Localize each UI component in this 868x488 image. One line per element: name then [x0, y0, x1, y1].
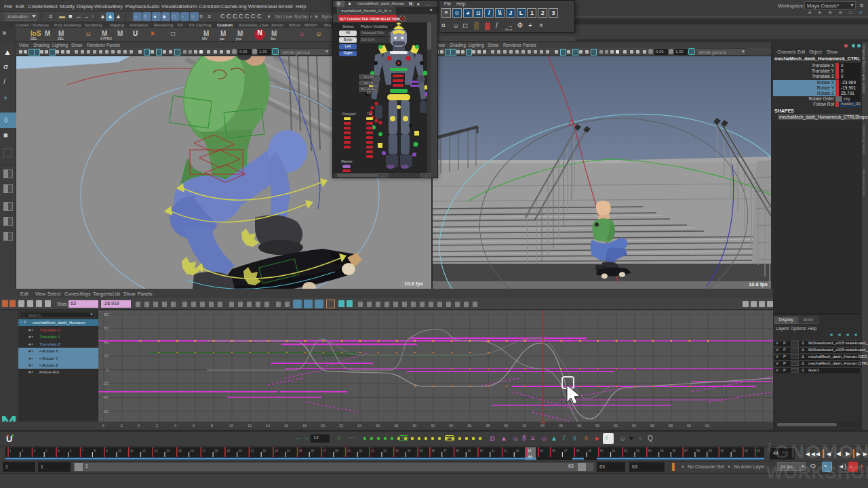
svg-text:31: 31 [371, 449, 375, 453]
svg-text:55: 55 [660, 449, 665, 453]
svg-text:22: 22 [262, 449, 267, 453]
svg-text:4: 4 [45, 449, 47, 453]
svg-text:62: 62 [745, 449, 749, 453]
svg-text:1: 1 [9, 449, 12, 453]
svg-text:63: 63 [757, 449, 761, 453]
svg-text:10: 10 [118, 449, 122, 453]
svg-text:7: 7 [82, 449, 84, 453]
svg-text:9: 9 [106, 449, 108, 453]
svg-text:44: 44 [528, 449, 532, 453]
svg-text:3: 3 [34, 449, 36, 453]
svg-text:58: 58 [696, 449, 701, 453]
svg-text:41: 41 [492, 449, 496, 453]
svg-text:10.8 fps: 10.8 fps [404, 281, 423, 287]
svg-text:38: 38 [456, 449, 460, 453]
svg-text:27: 27 [323, 449, 327, 453]
svg-text:45: 45 [540, 449, 544, 453]
svg-text:61: 61 [732, 449, 736, 453]
svg-text:32: 32 [383, 449, 387, 453]
svg-text:24: 24 [287, 449, 291, 453]
svg-text:36: 36 [431, 449, 435, 453]
svg-text:13: 13 [154, 449, 158, 453]
svg-text:21: 21 [250, 449, 254, 453]
svg-text:12: 12 [142, 449, 146, 453]
svg-text:54: 54 [648, 449, 652, 453]
svg-text:34: 34 [407, 449, 411, 453]
svg-text:17: 17 [202, 449, 206, 453]
svg-text:33: 33 [395, 449, 399, 453]
svg-text:35: 35 [419, 449, 423, 453]
svg-text:52: 52 [624, 449, 628, 453]
svg-text:57: 57 [684, 449, 688, 453]
svg-text:14: 14 [166, 449, 170, 453]
svg-text:43: 43 [515, 449, 519, 453]
svg-text:42: 42 [504, 449, 508, 453]
svg-text:25: 25 [299, 449, 303, 453]
svg-text:18: 18 [214, 449, 218, 453]
svg-text:37: 37 [443, 449, 448, 453]
svg-text:46: 46 [552, 449, 556, 453]
svg-text:6: 6 [70, 449, 72, 453]
svg-text:19: 19 [226, 449, 231, 453]
svg-text:59: 59 [709, 449, 713, 453]
svg-text:49: 49 [588, 449, 592, 453]
svg-text:48: 48 [576, 449, 580, 453]
svg-text:40: 40 [479, 449, 484, 453]
svg-text:16: 16 [191, 449, 195, 453]
svg-text:56: 56 [672, 449, 676, 453]
svg-text:28: 28 [335, 449, 339, 453]
svg-text:50: 50 [600, 449, 604, 453]
svg-text:39: 39 [467, 449, 471, 453]
svg-text:26: 26 [311, 449, 315, 453]
svg-text:47: 47 [564, 449, 568, 453]
svg-text:29: 29 [347, 449, 351, 453]
svg-text:15: 15 [178, 449, 182, 453]
svg-text:20: 20 [239, 449, 243, 453]
svg-text:23: 23 [275, 449, 279, 453]
svg-text:51: 51 [612, 449, 616, 453]
svg-text:10.8 fps: 10.8 fps [749, 281, 768, 287]
svg-text:2: 2 [22, 449, 24, 453]
svg-text:30: 30 [359, 449, 363, 453]
svg-text:53: 53 [636, 449, 640, 453]
svg-text:8: 8 [94, 449, 96, 453]
svg-text:5: 5 [58, 449, 60, 453]
svg-text:60: 60 [720, 449, 724, 453]
svg-text:11: 11 [130, 449, 134, 453]
